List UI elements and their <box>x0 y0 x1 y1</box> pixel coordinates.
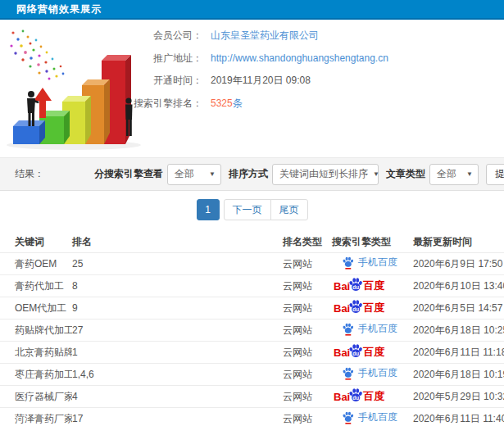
updated-cell: 2020年6月18日 10:25 <box>402 320 504 342</box>
company-link[interactable]: 山东皇圣堂药业有限公司 <box>211 29 319 43</box>
keyword-cell: 枣庄膏药加工 <box>0 364 72 386</box>
last-page-button[interactable]: 尾页 <box>270 199 308 220</box>
table-row: 药贴牌代加工 27 云网站 手机百度 2020年6月18日 10:25 <box>0 320 504 342</box>
next-page-button[interactable]: 下一页 <box>224 199 271 220</box>
mobile-baidu-badge: 手机百度 <box>342 322 397 336</box>
col-header-rank-type: 排名类型 <box>283 231 332 253</box>
rank-type-cell: 云网站 <box>283 275 332 297</box>
article-type-select[interactable]: 全部 ▼ <box>429 164 479 185</box>
mobile-baidu-icon <box>342 322 354 336</box>
updated-cell: 2020年6月5日 14:57 <box>402 297 504 320</box>
submit-button[interactable]: 提交 <box>486 164 504 185</box>
rank-type-cell: 云网站 <box>283 320 332 342</box>
confetti-dots <box>10 30 64 80</box>
updated-cell: 2020年6月18日 10:19 <box>402 364 504 386</box>
table-header-row: 关键词 排名 排名类型 搜索引擎类型 最新更新时间 <box>0 231 504 253</box>
baidu-logo-text: Bai <box>334 302 350 315</box>
rank-cell[interactable]: 17 <box>72 408 283 426</box>
pagination: 1 下一页 尾页 <box>0 199 504 220</box>
rank-cell[interactable]: 25 <box>72 253 283 275</box>
engine-select[interactable]: 全部 ▼ <box>167 164 221 185</box>
sort-select-value: 关键词由短到长排序 <box>279 167 368 181</box>
updated-cell: 2020年6月10日 13:40 <box>402 275 504 297</box>
rank-cell[interactable]: 1 <box>72 342 283 364</box>
rank-cell[interactable]: 8 <box>72 275 283 297</box>
baidu-paw-icon: du <box>348 387 363 402</box>
col-header-keyword: 关键词 <box>0 231 72 253</box>
baidu-logo-cn: 百度 <box>363 345 384 360</box>
svg-text:du: du <box>353 306 360 312</box>
sort-filter-label: 排序方式 <box>229 167 268 181</box>
engine-cell: 手机百度 <box>332 320 402 342</box>
info-row-rank-count: 搜索引擎排名： 5325条 <box>127 93 388 116</box>
table-row: 枣庄膏药加工 1,4,6 云网站 手机百度 2020年6月18日 10:19 <box>0 364 504 386</box>
mobile-baidu-icon <box>342 256 354 270</box>
engine-label: 手机百度 <box>358 366 397 380</box>
rank-cell[interactable]: 9 <box>72 297 283 320</box>
table-row: 膏药代加工 8 云网站 Bai du 百度 2020年6月10日 13:40 <box>0 275 504 297</box>
baidu-logo-cn: 百度 <box>363 389 384 404</box>
keyword-cell: 膏药OEM <box>0 253 72 275</box>
baidu-logo-text: Bai <box>334 391 350 403</box>
engine-label: 手机百度 <box>358 410 397 424</box>
svg-text:du: du <box>353 395 360 401</box>
baidu-logo-cn: 百度 <box>363 279 384 293</box>
mobile-baidu-icon <box>342 410 354 424</box>
mobile-baidu-icon <box>342 366 354 380</box>
baidu-logo: Bai du 百度 <box>334 299 384 317</box>
rank-cell[interactable]: 1,4,6 <box>72 364 283 386</box>
keyword-cell: 药贴牌代加工 <box>0 320 72 342</box>
promotion-url-link[interactable]: http://www.shandonghuangshengtang.cn <box>211 52 388 64</box>
engine-select-value: 全部 <box>175 167 194 181</box>
col-header-rank: 排名 <box>72 231 283 253</box>
keyword-cell: 菏泽膏药厂家 <box>0 408 72 426</box>
engine-label: 手机百度 <box>358 256 397 270</box>
baidu-logo-cn: 百度 <box>363 301 384 315</box>
updated-cell: 2020年6月11日 11:40 <box>402 408 504 426</box>
filter-controls: 分搜索引擎查看 全部 ▼ 排序方式 关键词由短到长排序 ▼ 文章类型 全部 ▼ … <box>87 164 504 185</box>
rank-cell[interactable]: 4 <box>72 386 283 408</box>
baidu-logo: Bai du 百度 <box>334 387 384 406</box>
updated-cell: 2020年6月9日 17:50 <box>402 253 504 275</box>
sort-select[interactable]: 关键词由短到长排序 ▼ <box>272 164 379 185</box>
baidu-paw-icon: du <box>348 343 363 358</box>
baidu-paw-icon: du <box>348 277 363 292</box>
company-label: 会员公司： <box>127 29 202 43</box>
baidu-logo-text: Bai <box>334 347 350 359</box>
table-row: 膏药OEM 25 云网站 手机百度 2020年6月9日 17:50 <box>0 253 504 275</box>
engine-cell: Bai du 百度 <box>332 275 402 297</box>
keyword-cell: 膏药代加工 <box>0 275 72 297</box>
rank-count-unit[interactable]: 条 <box>233 97 243 109</box>
keyword-cell: OEM代加工 <box>0 297 72 320</box>
chevron-down-icon: ▼ <box>373 170 379 178</box>
open-time-value: 2019年11月20日 09:08 <box>211 74 311 88</box>
open-time-label: 开通时间： <box>127 74 202 88</box>
mobile-baidu-badge: 手机百度 <box>342 366 397 380</box>
engine-cell: Bai du 百度 <box>332 297 402 320</box>
results-table: 关键词 排名 排名类型 搜索引擎类型 最新更新时间 膏药OEM 25 云网站 手… <box>0 231 504 426</box>
chevron-down-icon: ▼ <box>466 170 473 178</box>
rank-count-label: 搜索引擎排名： <box>127 97 202 111</box>
rank-type-cell: 云网站 <box>283 386 332 408</box>
rank-cell[interactable]: 27 <box>72 320 283 342</box>
rank-type-cell: 云网站 <box>283 364 332 386</box>
title-bar: 网络营销效果展示 <box>0 0 504 20</box>
baidu-logo: Bai du 百度 <box>334 277 384 295</box>
page-title: 网络营销效果展示 <box>16 2 102 16</box>
rank-type-cell: 云网站 <box>283 253 332 275</box>
article-type-value: 全部 <box>437 167 456 181</box>
page-1-button[interactable]: 1 <box>197 199 220 220</box>
article-type-label: 文章类型 <box>386 167 425 181</box>
baidu-paw-icon: du <box>348 299 363 314</box>
engine-cell: Bai du 百度 <box>332 342 402 364</box>
engine-filter-label: 分搜索引擎查看 <box>94 167 163 181</box>
promotion-url-label: 推广地址： <box>127 52 202 66</box>
keyword-cell: 北京膏药贴牌 <box>0 342 72 364</box>
svg-text:du: du <box>353 284 360 290</box>
info-row-company: 会员公司： 山东皇圣堂药业有限公司 <box>127 25 388 48</box>
engine-cell: 手机百度 <box>332 253 402 275</box>
company-info: 会员公司： 山东皇圣堂药业有限公司 推广地址： http://www.shand… <box>127 25 388 115</box>
filter-bar: 结果： 分搜索引擎查看 全部 ▼ 排序方式 关键词由短到长排序 ▼ 文章类型 全… <box>0 157 504 191</box>
engine-cell: Bai du 百度 <box>332 386 402 408</box>
rank-count-value: 5325条 <box>211 97 243 111</box>
